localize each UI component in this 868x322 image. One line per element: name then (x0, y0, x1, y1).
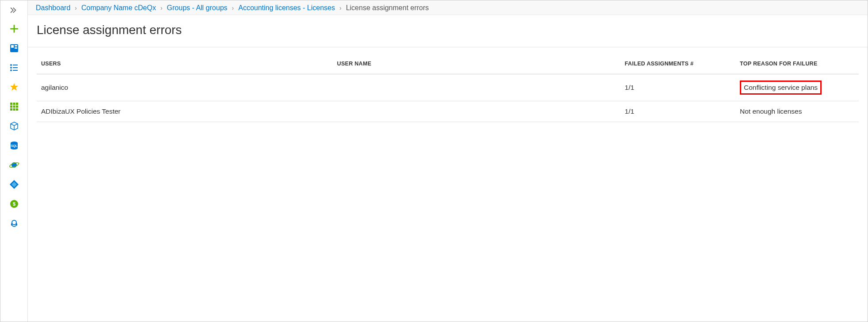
sql-icon[interactable]: SQL (8, 139, 20, 152)
breadcrumb-current: License assignment errors (346, 4, 429, 12)
svg-rect-14 (13, 106, 15, 108)
svg-rect-5 (13, 65, 18, 65)
svg-point-6 (10, 67, 12, 69)
support-icon[interactable] (8, 217, 20, 230)
svg-rect-1 (11, 45, 14, 48)
svg-text:$: $ (12, 201, 15, 207)
svg-rect-13 (10, 106, 12, 108)
cell-failed: 1/1 (621, 101, 735, 122)
table-header-username[interactable]: USER NAME (333, 47, 621, 74)
add-icon[interactable] (8, 23, 20, 35)
cell-reason: Conflicting service plans (735, 74, 859, 101)
svg-rect-9 (13, 70, 18, 71)
svg-rect-17 (13, 108, 15, 111)
chevron-right-icon: › (339, 4, 342, 12)
planet-icon[interactable] (8, 159, 20, 171)
svg-rect-16 (10, 108, 12, 111)
cell-username (333, 74, 621, 101)
errors-table: USERS USER NAME FAILED ASSIGNMENTS # TOP… (37, 47, 859, 122)
chevron-right-icon: › (75, 4, 77, 12)
svg-rect-7 (13, 67, 18, 68)
svg-rect-26 (11, 223, 12, 226)
svg-rect-27 (16, 223, 17, 226)
svg-rect-10 (10, 103, 12, 105)
breadcrumb-link-licenses[interactable]: Accounting licenses - Licenses (238, 4, 335, 12)
breadcrumb-link-dashboard[interactable]: Dashboard (36, 4, 70, 12)
svg-point-25 (12, 220, 16, 225)
chevron-right-icon: › (160, 4, 163, 12)
svg-rect-11 (13, 103, 15, 105)
svg-rect-3 (15, 47, 17, 49)
cell-users: ADIbizaUX Policies Tester (37, 101, 333, 122)
breadcrumb-link-company[interactable]: Company Name cDeQx (81, 4, 156, 12)
svg-point-4 (10, 64, 12, 66)
svg-rect-12 (16, 103, 18, 105)
page-title: License assignment errors (28, 15, 868, 47)
sidebar-collapse-icon[interactable] (9, 5, 19, 15)
chevron-right-icon: › (232, 4, 234, 12)
cell-reason: Not enough licenses (735, 101, 859, 122)
svg-point-8 (10, 69, 12, 71)
cell-users: agilanico (37, 74, 333, 101)
cell-failed: 1/1 (621, 74, 735, 101)
main-content: Dashboard › Company Name cDeQx › Groups … (28, 0, 868, 322)
svg-text:SQL: SQL (11, 144, 17, 148)
table-header-reason[interactable]: TOP REASON FOR FAILURE (735, 47, 859, 74)
sidebar: SQL $ (0, 0, 28, 322)
star-icon[interactable] (8, 81, 20, 93)
diamond-icon[interactable] (8, 178, 20, 191)
list-icon[interactable] (8, 61, 20, 74)
breadcrumb-link-groups[interactable]: Groups - All groups (167, 4, 228, 12)
highlighted-reason: Conflicting service plans (740, 80, 822, 95)
table-row[interactable]: ADIbizaUX Policies Tester1/1Not enough l… (37, 101, 859, 122)
dashboard-icon[interactable] (8, 42, 20, 54)
svg-rect-2 (15, 45, 17, 46)
breadcrumb: Dashboard › Company Name cDeQx › Groups … (28, 0, 868, 15)
cost-icon[interactable]: $ (8, 198, 20, 210)
svg-rect-15 (16, 106, 18, 108)
table-header-users[interactable]: USERS (37, 47, 333, 74)
cube-icon[interactable] (8, 120, 20, 132)
apps-icon[interactable] (8, 100, 20, 113)
cell-username (333, 101, 621, 122)
table-row[interactable]: agilanico1/1Conflicting service plans (37, 74, 859, 101)
svg-rect-18 (16, 108, 18, 111)
table-header-failed[interactable]: FAILED ASSIGNMENTS # (621, 47, 735, 74)
